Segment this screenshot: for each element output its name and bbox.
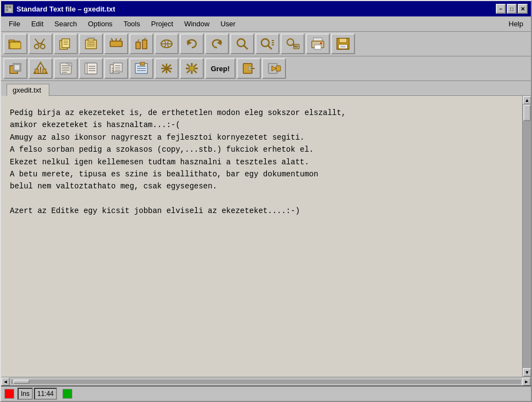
toolbar-paste-button[interactable] (79, 33, 103, 54)
toolbar-copy-button[interactable] (54, 33, 78, 54)
svg-rect-28 (142, 40, 147, 49)
text-line: amikor ekezeteket is hasznaltam...:-( (10, 119, 513, 131)
scrollbar-vertical: ▲ ▼ (522, 96, 531, 377)
menu-help[interactable]: Help (503, 18, 529, 30)
menu-bar: File Edit Search Options Tools Project W… (1, 16, 531, 32)
svg-rect-13 (62, 39, 70, 48)
svg-rect-19 (88, 39, 94, 41)
svg-rect-65 (43, 69, 46, 73)
menu-file[interactable]: File (3, 18, 26, 30)
scrollbar-horizontal: ◄ ► (1, 377, 531, 386)
svg-point-7 (35, 44, 39, 49)
svg-rect-27 (136, 42, 140, 49)
toolbar2-btn2[interactable] (28, 58, 53, 79)
toolbar2-btn3[interactable] (54, 58, 78, 79)
toolbar-save-button[interactable] (331, 33, 355, 54)
toolbar-find-next-button[interactable] (255, 33, 279, 54)
ready-indicator (62, 389, 72, 399)
toolbar-find-replace-button[interactable] (281, 33, 305, 54)
toolbar2-btn7[interactable] (155, 58, 179, 79)
toolbar2-btn1[interactable] (3, 58, 27, 79)
svg-rect-3 (6, 9, 8, 11)
svg-rect-2 (9, 6, 11, 8)
toolbar-open-button[interactable] (3, 33, 27, 54)
toolbar2-btn8[interactable] (180, 58, 204, 79)
svg-rect-6 (10, 42, 21, 49)
toolbar-cut-button[interactable] (28, 33, 53, 54)
editor-body: Pedig birja az ekezeteket is, de erthete… (1, 96, 531, 377)
scroll-track-horizontal[interactable] (11, 380, 521, 384)
text-line: Pedig birja az ekezeteket is, de erthete… (10, 107, 513, 119)
toolbar-print-button[interactable] (306, 33, 330, 54)
svg-rect-23 (110, 41, 122, 47)
time-cell: 11:44 (34, 388, 57, 400)
menu-tools[interactable]: Tools (118, 18, 145, 30)
svg-rect-1 (6, 6, 8, 8)
window-frame: Standard Text file – gxedit.txt – □ ✕ Fi… (0, 0, 532, 402)
menu-options[interactable]: Options (83, 18, 118, 30)
svg-point-63 (40, 71, 42, 73)
svg-rect-5 (9, 40, 14, 42)
toolbar2-btn4[interactable] (79, 58, 103, 79)
text-line: Amugy az also ikonsor nagyreszt a fejles… (10, 131, 513, 143)
svg-point-52 (320, 42, 322, 44)
tab-bar: gxedit.txt (1, 81, 531, 96)
svg-rect-51 (314, 45, 321, 49)
svg-rect-60 (14, 65, 20, 70)
editor-area: Pedig birja az ekezeteket is, de erthete… (1, 96, 531, 386)
app-icon (4, 4, 13, 13)
scroll-thumb-horizontal[interactable] (13, 380, 30, 384)
toolbar2-btn9[interactable] (237, 58, 261, 79)
text-line (10, 193, 513, 205)
toolbar2-btn5[interactable] (104, 58, 128, 79)
window-controls: – □ ✕ (496, 4, 528, 14)
toolbar-undo-button[interactable] (180, 33, 204, 54)
menu-window[interactable]: Window (179, 18, 215, 30)
toolbar-btn5[interactable] (104, 33, 128, 54)
svg-point-38 (261, 39, 269, 47)
tab-filler (49, 83, 531, 96)
svg-point-45 (289, 41, 291, 43)
scroll-right-button[interactable]: ► (522, 377, 531, 386)
svg-rect-89 (140, 62, 145, 65)
text-line: A felso sorban pedig a szokasos (copy,..… (10, 143, 513, 156)
toolbar-find-button[interactable] (230, 33, 254, 54)
svg-rect-54 (339, 38, 347, 43)
close-button[interactable]: ✕ (518, 4, 528, 14)
svg-rect-55 (339, 44, 347, 49)
scroll-thumb-vertical[interactable] (523, 105, 531, 121)
minimize-button[interactable]: – (496, 4, 506, 14)
toolbar-row1 (1, 32, 531, 56)
scroll-up-button[interactable]: ▲ (523, 96, 531, 105)
toolbar-btn6[interactable] (129, 33, 153, 54)
svg-rect-104 (276, 66, 281, 71)
menu-user[interactable]: User (215, 18, 241, 30)
text-line: Ekezet nelkul igen kellemesen tudtam has… (10, 156, 513, 168)
text-editor[interactable]: Pedig birja az ekezeteket is, de erthete… (1, 96, 522, 377)
scroll-down-button[interactable]: ▼ (523, 368, 531, 377)
tab-gxedit[interactable]: gxedit.txt (7, 84, 49, 96)
text-line: Azert az Editke egy kicsit jobban elvise… (10, 205, 513, 217)
toolbar2-btn10[interactable] (262, 58, 286, 79)
toolbar2-btn6[interactable] (129, 58, 153, 79)
menu-edit[interactable]: Edit (26, 18, 49, 30)
text-line: A betu merete, tipusa es szine is bealli… (10, 168, 513, 180)
status-bar: Ins 11:44 (1, 386, 531, 401)
svg-point-8 (41, 44, 45, 49)
toolbar-btn7[interactable] (155, 33, 179, 54)
error-indicator (4, 389, 14, 399)
scroll-left-button[interactable]: ◄ (1, 377, 10, 386)
menu-project[interactable]: Project (146, 18, 179, 30)
time-display: 11:44 (37, 390, 54, 398)
toolbar2-grep-button[interactable]: Grep! (205, 58, 236, 79)
toolbar-redo-button[interactable] (205, 33, 229, 54)
svg-rect-64 (35, 69, 38, 73)
toolbar-row2: Grep! (1, 56, 531, 81)
title-bar: Standard Text file – gxedit.txt – □ ✕ (1, 1, 531, 16)
maximize-button[interactable]: □ (507, 4, 517, 14)
menu-search[interactable]: Search (49, 18, 82, 30)
scroll-track-vertical[interactable] (523, 105, 531, 368)
svg-line-36 (244, 45, 248, 49)
svg-point-37 (239, 41, 241, 43)
insert-mode-cell: Ins (18, 388, 33, 400)
